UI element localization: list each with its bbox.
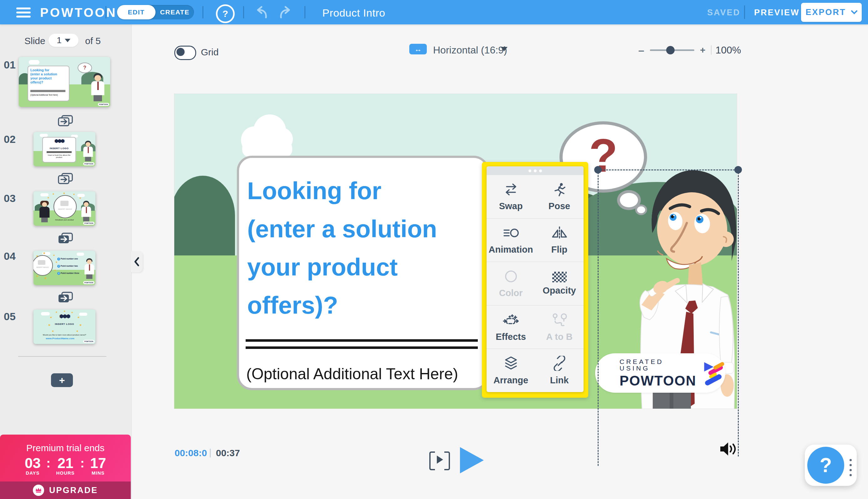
slide-thumbnail-4[interactable]: ★ ★ ★ ★ ★ ★ ★ INSERT IMAGE 1 Point numbe… bbox=[34, 251, 95, 285]
menu-item-flip[interactable]: Flip bbox=[535, 219, 584, 262]
slide-thumbnail-3[interactable]: ★ ★ ★ ★ ★ INSERT IMAGE Introduce your pr… bbox=[34, 191, 95, 226]
thumb-divider-line bbox=[31, 91, 66, 92]
zoom-out-button[interactable]: – bbox=[638, 44, 644, 56]
days-label: DAYS bbox=[25, 470, 41, 476]
thumb-learn-more-text: Would you like to learn more about (prod… bbox=[35, 334, 94, 336]
menu-item-link[interactable]: Link bbox=[535, 349, 584, 392]
pose-icon bbox=[552, 182, 567, 198]
hamburger-menu-icon[interactable] bbox=[16, 8, 31, 17]
context-menu-drag-handle[interactable] bbox=[487, 166, 584, 175]
edit-tab[interactable]: EDIT bbox=[117, 5, 155, 20]
create-tab[interactable]: CREATE bbox=[155, 5, 194, 20]
mins-value: 17 bbox=[90, 456, 106, 470]
zoom-in-button[interactable]: + bbox=[700, 45, 705, 55]
crown-icon bbox=[33, 485, 44, 496]
slide-canvas[interactable]: Looking for (enter a solution your produ… bbox=[174, 94, 737, 409]
divider bbox=[711, 45, 712, 55]
thumb-powtoon-badge: POWTOON bbox=[83, 340, 95, 343]
menu-item-animation[interactable]: Animation bbox=[487, 219, 535, 262]
slide-thumbnail-5[interactable]: ★ ★ ★ ★ ★ ★ ★ ★ ★ ⬢⬢⬢ INSERT LOGO Would … bbox=[34, 309, 95, 344]
collapse-sidebar-button[interactable] bbox=[131, 251, 143, 272]
slide-headline[interactable]: Looking for (enter a solution your produ… bbox=[247, 172, 437, 324]
days-value: 03 bbox=[25, 456, 41, 470]
slide-thumbnail-1[interactable]: Looking for(enter a solutionyour product… bbox=[19, 57, 110, 107]
transition-button-4[interactable] bbox=[57, 291, 73, 303]
powtoon-editor: POWTOON EDIT CREATE ? Product Intro SAVE… bbox=[0, 0, 868, 499]
menu-item-a-to-b: A to B bbox=[535, 305, 584, 349]
slide-number-label: 04 bbox=[4, 250, 16, 262]
trial-countdown: 03DAYS : 21HOURS : 17MINS bbox=[0, 456, 131, 476]
thumb-cloud bbox=[40, 193, 48, 196]
menu-item-arrange[interactable]: Arrange bbox=[487, 349, 535, 392]
play-slide-button[interactable] bbox=[429, 451, 450, 468]
export-button[interactable]: EXPORT bbox=[801, 3, 862, 22]
animation-icon bbox=[503, 226, 519, 241]
effects-icon bbox=[503, 312, 519, 329]
grid-toggle[interactable] bbox=[174, 46, 196, 60]
text-card[interactable]: Looking for (enter a solution your produ… bbox=[237, 156, 489, 390]
slide-number-label: 03 bbox=[4, 192, 16, 205]
flip-icon bbox=[551, 226, 568, 241]
link-icon bbox=[552, 356, 567, 372]
slide-number: 1 bbox=[57, 35, 62, 45]
menu-item-opacity[interactable]: Opacity bbox=[535, 262, 584, 305]
orientation-dropdown-icon[interactable] bbox=[501, 47, 508, 51]
help-fab[interactable]: ? bbox=[805, 445, 857, 486]
powtoon-watermark-badge[interactable]: CREATED USING POWTOON bbox=[595, 353, 725, 393]
slide-number-dropdown[interactable]: 1 bbox=[48, 34, 79, 47]
grid-label: Grid bbox=[201, 47, 219, 58]
selection-handle[interactable] bbox=[594, 166, 602, 173]
swap-icon bbox=[503, 182, 519, 198]
menu-item-color: Color bbox=[487, 262, 535, 305]
headline-line: Looking for bbox=[247, 172, 437, 210]
upgrade-label: UPGRADE bbox=[49, 486, 98, 495]
help-fab-circle[interactable]: ? bbox=[807, 447, 844, 484]
bracket-right bbox=[444, 451, 450, 470]
color-icon bbox=[503, 269, 519, 285]
zoom-value: 100% bbox=[715, 45, 741, 56]
menu-item-swap[interactable]: Swap bbox=[487, 175, 535, 218]
slide-number-label: 01 bbox=[4, 59, 16, 71]
top-bar: POWTOON EDIT CREATE ? Product Intro SAVE… bbox=[0, 0, 868, 24]
headline-line: your product bbox=[247, 248, 437, 286]
transition-button-3-active[interactable] bbox=[57, 232, 73, 244]
zoom-slider-knob[interactable] bbox=[666, 46, 675, 54]
slide-number-label: 05 bbox=[4, 311, 16, 322]
thumb-cloud bbox=[77, 253, 84, 256]
help-icon[interactable]: ? bbox=[216, 4, 235, 23]
menu-item-label: Pose bbox=[548, 201, 570, 211]
more-options-dots[interactable] bbox=[849, 459, 852, 476]
play-button[interactable] bbox=[460, 447, 484, 473]
optional-text[interactable]: (Optional Additional Text Here) bbox=[246, 365, 458, 383]
upgrade-button[interactable]: UPGRADE bbox=[0, 482, 131, 499]
thumb-hexagon-logo: ⬢⬢⬢ bbox=[43, 138, 75, 144]
transition-button-2[interactable] bbox=[57, 173, 73, 184]
horizontal-orientation-icon[interactable]: ↔ bbox=[409, 44, 427, 54]
selection-handle[interactable] bbox=[734, 166, 742, 173]
undo-icon[interactable] bbox=[253, 5, 269, 20]
redo-icon[interactable] bbox=[278, 5, 294, 20]
project-title[interactable]: Product Intro bbox=[322, 7, 385, 19]
transition-button-1[interactable] bbox=[57, 115, 73, 126]
preview-button[interactable]: PREVIEW bbox=[754, 8, 800, 17]
time-separator: | bbox=[209, 447, 212, 458]
character-context-menu: Swap Pose Animation Flip bbox=[482, 162, 588, 398]
orientation-selector[interactable]: Horizontal (16:9) bbox=[433, 45, 507, 56]
chevron-down-icon bbox=[851, 10, 857, 15]
zoom-slider[interactable] bbox=[650, 49, 694, 51]
divider bbox=[202, 6, 203, 19]
menu-item-effects[interactable]: Effects bbox=[487, 305, 535, 349]
context-menu-panel: Swap Pose Animation Flip bbox=[487, 166, 584, 392]
chevron-down-icon bbox=[65, 39, 70, 42]
menu-item-label: Color bbox=[499, 288, 523, 298]
slide-thumbnail-2[interactable]: ⬢⬢⬢ INSERT LOGO Insert a hook line about… bbox=[34, 132, 95, 166]
menu-item-label: Arrange bbox=[494, 375, 528, 386]
headline-line: (enter a solution bbox=[247, 210, 437, 248]
add-slide-button[interactable]: + bbox=[51, 373, 73, 387]
menu-item-pose[interactable]: Pose bbox=[535, 175, 584, 218]
current-time: 00:08:0 bbox=[175, 448, 207, 458]
divider bbox=[305, 6, 306, 19]
speaker-icon[interactable] bbox=[720, 442, 740, 458]
menu-item-label: Effects bbox=[496, 332, 526, 342]
menu-item-label: Flip bbox=[551, 244, 568, 255]
